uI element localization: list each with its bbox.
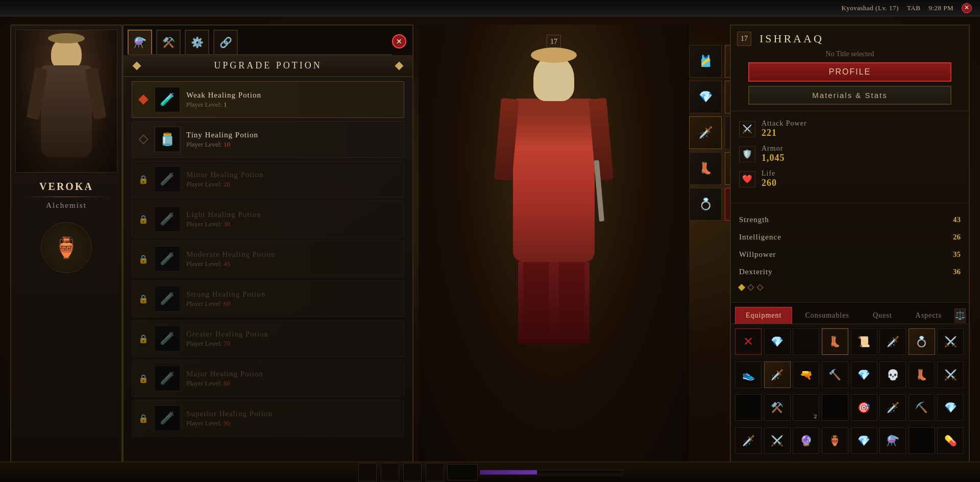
- inv-slot-13[interactable]: 💎: [851, 362, 877, 388]
- potion-item-moderate[interactable]: 🔒 🧪 Moderate Healing Potion Player Level…: [132, 240, 404, 277]
- equip-slot-amulet[interactable]: 💎: [689, 81, 722, 113]
- inv-slot-30[interactable]: ⚗️: [879, 427, 906, 454]
- inv-slot-10[interactable]: 🗡️: [764, 362, 791, 388]
- inventory-settings-icon[interactable]: ⚖️: [954, 308, 966, 323]
- potion-info-weak: Weak Healing Potion Player Level: 1: [186, 91, 398, 109]
- potion-name-greater: Greater Healing Potion: [186, 330, 398, 339]
- inv-slot-27[interactable]: 🔮: [793, 427, 819, 454]
- profile-button[interactable]: Profile: [748, 62, 951, 82]
- diamond-filled-icon: [738, 284, 745, 291]
- potion-icon-major: 🧪: [155, 366, 180, 391]
- inv-slot-31[interactable]: [909, 427, 935, 454]
- inv-slot-19[interactable]: 2: [793, 394, 819, 421]
- armor-row: 🛡️ Armor 1,045: [739, 144, 961, 163]
- potion-item-weak[interactable]: 🧪 Weak Healing Potion Player Level: 1: [132, 81, 404, 118]
- strength-row: Strength 43: [739, 211, 961, 229]
- potion-info-greater: Greater Healing Potion Player Level: 70: [186, 330, 398, 348]
- potion-item-strong[interactable]: 🔒 🧪 Strong Healing Potion Player Level: …: [132, 280, 404, 317]
- inv-slot-6[interactable]: 🗡️: [879, 328, 906, 355]
- life-value: 260: [762, 178, 961, 188]
- inv-slot-23[interactable]: ⛏️: [909, 394, 935, 421]
- potion-item-superior[interactable]: 🔒 🧪 Superior Healing Potion Player Level…: [132, 400, 404, 437]
- char-level-overlay: 17: [547, 35, 561, 49]
- life-label: Life: [762, 170, 961, 178]
- inv-slot-11[interactable]: 🔫: [793, 362, 819, 388]
- char-head: [533, 55, 574, 101]
- skill-slot-e[interactable]: [426, 463, 444, 481]
- intelligence-row: Intelligence 26: [739, 229, 961, 246]
- inv-slot-9[interactable]: 👟: [735, 362, 762, 388]
- potion-selector-major: 🔒: [138, 373, 149, 383]
- tab-consumables[interactable]: Consumables: [794, 307, 860, 324]
- inv-slot-17[interactable]: [735, 394, 762, 421]
- character-viewport: 17: [419, 25, 689, 462]
- inv-slot-22[interactable]: 🗡️: [879, 394, 906, 421]
- inv-slot-2[interactable]: 💎: [764, 328, 791, 355]
- tab-hint: TAB: [907, 4, 920, 12]
- inv-slot-18[interactable]: ⚒️: [764, 394, 791, 421]
- inv-slot-21[interactable]: 🎯: [851, 394, 877, 421]
- equip-slot-boots[interactable]: 👢: [689, 152, 722, 185]
- potion-item-major[interactable]: 🔒 🧪 Major Healing Potion Player Level: 8…: [132, 360, 404, 397]
- skill-slot-1[interactable]: [381, 463, 399, 481]
- npc-portrait: [15, 30, 117, 173]
- equip-slot-chest[interactable]: 🎽: [689, 45, 722, 78]
- inv-slot-25[interactable]: 🗡️: [735, 427, 762, 454]
- char-hat: [531, 47, 577, 63]
- upgrade-panel-close[interactable]: ✕: [392, 34, 406, 49]
- attributes-section: Strength 43 Intelligence 26 Willpower 35…: [731, 203, 969, 303]
- char-leg-right: [559, 262, 584, 344]
- inv-slot-5[interactable]: 📜: [851, 328, 877, 355]
- inv-slot-7[interactable]: 💍: [909, 328, 935, 355]
- potion-selector-light: 🔒: [138, 214, 149, 224]
- inv-slot-8[interactable]: ⚔️: [937, 328, 964, 355]
- potion-item-minor[interactable]: 🔒 🧪 Minor Healing Potion Player Level: 2…: [132, 161, 404, 198]
- inv-slot-12[interactable]: 🔨: [822, 362, 848, 388]
- equip-slot-weapon-main[interactable]: 🗡️: [689, 116, 722, 149]
- skill-slot-2[interactable]: [403, 463, 422, 481]
- tab-transmute[interactable]: ⚙️: [185, 30, 209, 54]
- inv-slot-14[interactable]: 💀: [879, 362, 906, 388]
- potion-selector-weak: [138, 94, 149, 105]
- potion-info-minor: Minor Healing Potion Player Level: 20: [186, 171, 398, 188]
- inv-slot-3[interactable]: [793, 328, 819, 355]
- inv-slot-28[interactable]: 🏺: [822, 427, 848, 454]
- inv-slot-32[interactable]: 💊: [937, 427, 964, 454]
- inv-slot-15[interactable]: 👢: [909, 362, 935, 388]
- tab-equipment[interactable]: Equipment: [735, 307, 792, 324]
- tab-salvage[interactable]: 🔗: [213, 30, 238, 54]
- life-icon: ❤️: [739, 171, 755, 187]
- potion-info-moderate: Moderate Healing Potion Player Level: 45: [186, 250, 398, 268]
- inv-slot-20[interactable]: [822, 394, 848, 421]
- potion-level-strong: Player Level: 60: [186, 300, 398, 308]
- inventory-grid: ✕ 💎 👢 📜 🗡️ 💍 ⚔️ 👟 🗡️ 🔫 🔨 💎 💀 👢 ⚔️ ⚒️ 2 🎯…: [731, 324, 969, 463]
- potion-selector-tiny: [138, 134, 149, 144]
- lock-icon-strong: 🔒: [138, 294, 149, 304]
- top-bar-close-button[interactable]: ✕: [962, 3, 972, 13]
- potion-name-minor: Minor Healing Potion: [186, 171, 398, 179]
- inv-slot-1[interactable]: ✕: [735, 328, 762, 355]
- health-orb-bottom: [447, 464, 478, 480]
- potion-icon-tiny: 🫙: [155, 127, 180, 152]
- potion-item-tiny[interactable]: 🫙 Tiny Healing Potion Player Level: 10: [132, 121, 404, 158]
- inv-slot-29[interactable]: 💎: [851, 427, 877, 454]
- life-row: ❤️ Life 260: [739, 170, 961, 188]
- lock-icon-major: 🔒: [138, 374, 149, 383]
- attack-power-label: Attack Power: [762, 119, 961, 128]
- inv-slot-4[interactable]: 👢: [822, 328, 848, 355]
- tab-quest[interactable]: Quest: [862, 307, 903, 324]
- inv-slot-24[interactable]: 💎: [937, 394, 964, 421]
- potion-info-tiny: Tiny Healing Potion Player Level: 10: [186, 131, 398, 149]
- equip-slot-ring-left[interactable]: 💍: [689, 188, 722, 221]
- tab-potion[interactable]: ⚗️: [128, 30, 152, 54]
- skill-slot-q[interactable]: [358, 463, 377, 481]
- tab-craft[interactable]: ⚒️: [156, 30, 181, 54]
- materials-stats-button[interactable]: Materials & Stats: [748, 86, 951, 105]
- inv-slot-16[interactable]: ⚔️: [937, 362, 964, 388]
- potion-level-light: Player Level: 30: [186, 220, 398, 228]
- potion-item-greater[interactable]: 🔒 🧪 Greater Healing Potion Player Level:…: [132, 320, 404, 357]
- potion-selector-strong: 🔒: [138, 294, 149, 304]
- potion-item-light[interactable]: 🔒 🧪 Light Healing Potion Player Level: 3…: [132, 201, 404, 237]
- inv-slot-26[interactable]: ⚔️: [764, 427, 791, 454]
- tab-aspects[interactable]: Aspects: [905, 307, 952, 324]
